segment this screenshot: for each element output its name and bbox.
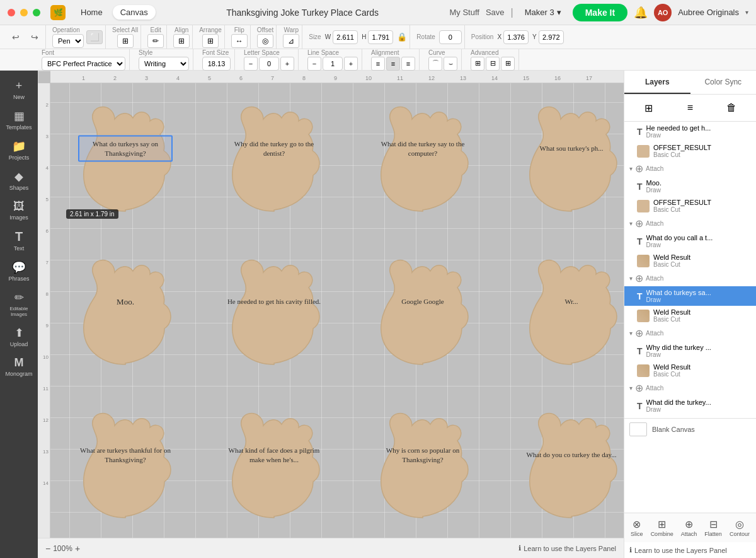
rotate-input[interactable] [439, 30, 462, 44]
advanced-button-3[interactable]: ⊞ [501, 57, 515, 71]
turkey-card-4[interactable]: What sou turkey's ph... [500, 86, 624, 235]
turkey-card-6[interactable]: He needed to get his cavity filled. [202, 240, 346, 388]
layer-attach-3[interactable]: ▾ ⊕ Attach [624, 270, 756, 286]
lock-icon[interactable]: 🔒 [397, 32, 407, 42]
close-button[interactable] [8, 9, 15, 16]
offset-button[interactable]: ◎ [257, 34, 273, 48]
turkey-card-8[interactable]: Wr... [500, 240, 624, 388]
x-input[interactable] [503, 30, 529, 44]
card-text-12[interactable]: What do you co turkey the day... [524, 450, 619, 460]
line-space-input[interactable] [323, 57, 343, 71]
layer-item-what-do-turkeys[interactable]: T What do turkeys sa... Draw [624, 286, 756, 306]
card-text-2[interactable]: Why did the turkey go to the dentist? [227, 139, 321, 158]
tab-layers[interactable]: Layers [624, 71, 690, 94]
layer-item-offset-1[interactable]: OFFSET_RESULT Basic Cut [624, 141, 756, 161]
turkey-card-10[interactable]: What kind of face does a pilgrim make wh… [202, 393, 346, 541]
layer-attach-5[interactable]: ▾ ⊕ Attach [624, 380, 756, 396]
curve-button-2[interactable]: ⌣ [444, 57, 457, 71]
sidebar-item-images[interactable]: 🖼 Images [3, 196, 35, 224]
turkey-card-9[interactable]: What are turkeys thankful for on Thanksg… [54, 393, 197, 541]
turkey-card-1[interactable]: 2.61 in x 1.79 in What do turkeys say on… [54, 86, 197, 235]
font-size-input[interactable] [202, 57, 231, 71]
tab-color-sync[interactable]: Color Sync [690, 71, 757, 94]
warp-button[interactable]: ⊿ [283, 34, 299, 48]
layer-item-why-did-turkey[interactable]: T Why did the turkey ... Draw [624, 341, 756, 361]
flip-button[interactable]: ↔ [231, 34, 248, 48]
card-text-5[interactable]: Moo. [78, 296, 173, 308]
select-all-button[interactable]: ⊞ [117, 34, 134, 48]
make-it-button[interactable]: Make It [573, 4, 627, 21]
letter-space-input[interactable] [259, 57, 279, 71]
card-text-7[interactable]: Google Google [375, 297, 470, 306]
sidebar-item-templates[interactable]: ▦ Templates [3, 105, 35, 134]
combine-button[interactable]: ⊞ Combine [648, 517, 676, 538]
save-button[interactable]: Save [486, 8, 505, 17]
layer-item-moo[interactable]: T Moo. Draw [624, 177, 756, 196]
card-text-1[interactable]: What do turkeys say on Thanksgiving? [78, 135, 173, 162]
nav-home[interactable]: Home [73, 5, 110, 20]
layer-item-what-do-you-call[interactable]: T What do you call a t... Draw [624, 231, 756, 251]
sidebar-item-upload[interactable]: ⬆ Upload [3, 322, 35, 351]
align-left-button[interactable]: ≡ [371, 57, 385, 71]
nav-canvas[interactable]: Canvas [113, 5, 156, 20]
sidebar-item-shapes[interactable]: ◆ Shapes [3, 166, 35, 195]
align-center-button[interactable]: ≡ [386, 57, 400, 71]
operation-select[interactable]: Pen [52, 34, 84, 48]
slice-button[interactable]: ⊗ Slice [628, 517, 646, 538]
turkey-card-5[interactable]: Moo. [54, 240, 197, 388]
card-text-10[interactable]: What kind of face does a pilgrim make wh… [227, 445, 321, 465]
advanced-button-1[interactable]: ⊞ [471, 57, 484, 71]
square-tool-button[interactable]: ⬜ [86, 30, 103, 44]
zoom-out-button[interactable]: − [45, 543, 50, 554]
layer-item-what-did-turkey[interactable]: T What did the turkey... Draw [624, 396, 756, 416]
sidebar-item-text[interactable]: T Text [3, 226, 35, 255]
font-family-select[interactable]: BFC Perfect Practice [42, 57, 125, 71]
grid-view-button[interactable]: ⊞ [639, 98, 658, 117]
layer-item-he-needed[interactable]: T He needed to get h... Draw [624, 122, 756, 141]
curve-button-1[interactable]: ⌒ [428, 57, 442, 71]
layer-attach-2[interactable]: ▾ ⊕ Attach [624, 216, 756, 231]
width-input[interactable] [333, 30, 358, 44]
contour-button[interactable]: ◎ Contour [727, 517, 752, 538]
card-text-4[interactable]: What sou turkey's ph... [524, 144, 619, 153]
align-right-button[interactable]: ≡ [401, 57, 415, 71]
sidebar-item-monogram[interactable]: M Monogram [3, 352, 35, 381]
my-stuff-button[interactable]: My Stuff [449, 8, 479, 17]
learn-link[interactable]: ℹ Learn to use the Layers Panel [518, 544, 616, 552]
layer-item-weld-1[interactable]: Weld Result Basic Cut [624, 251, 756, 270]
turkey-card-7[interactable]: Google Google [351, 240, 495, 388]
card-text-6[interactable]: He needed to get his cavity filled. [227, 297, 321, 306]
advanced-button-2[interactable]: ⊟ [486, 57, 500, 71]
redo-button[interactable]: ↪ [26, 29, 43, 45]
letter-space-increase[interactable]: + [280, 57, 294, 71]
line-space-increase[interactable]: + [344, 57, 358, 71]
sidebar-item-editable-images[interactable]: ✏ Editable Images [3, 287, 35, 321]
undo-button[interactable]: ↩ [8, 29, 24, 45]
delete-button[interactable]: 🗑 [722, 98, 741, 117]
turkey-card-2[interactable]: Why did the turkey go to the dentist? [202, 86, 346, 235]
align-button[interactable]: ⊞ [173, 34, 190, 48]
card-text-3[interactable]: What did the turkey say to the computer? [375, 139, 470, 158]
card-text-8[interactable]: Wr... [524, 297, 619, 306]
turkey-card-12[interactable]: What do you co turkey the day... [500, 393, 624, 541]
arrange-button[interactable]: ⊞ [202, 34, 219, 48]
y-input[interactable] [539, 30, 564, 44]
sidebar-item-new[interactable]: + New [3, 76, 35, 104]
minimize-button[interactable] [20, 9, 28, 16]
zoom-in-button[interactable]: + [75, 543, 80, 554]
card-text-9[interactable]: What are turkeys thankful for on Thanksg… [78, 445, 173, 465]
notification-icon[interactable]: 🔔 [634, 6, 648, 20]
attach-button[interactable]: ⊕ Attach [679, 517, 700, 538]
card-text-11[interactable]: Why is corn so popular on Thanksgiving? [375, 445, 470, 465]
line-space-decrease[interactable]: − [307, 57, 321, 71]
font-style-select[interactable]: Writing [139, 57, 189, 71]
layer-item-offset-2[interactable]: OFFSET_RESULT Basic Cut [624, 196, 756, 216]
sidebar-item-projects[interactable]: 📁 Projects [3, 136, 35, 165]
layer-attach-1[interactable]: ▾ ⊕ Attach [624, 161, 756, 177]
list-view-button[interactable]: ≡ [680, 98, 699, 117]
maximize-button[interactable] [33, 9, 40, 16]
sidebar-item-phrases[interactable]: 💬 Phrases [3, 257, 35, 286]
turkey-card-3[interactable]: What did the turkey say to the computer? [351, 86, 495, 235]
learn-panel-link[interactable]: ℹ Learn to use the Layers Panel [624, 542, 756, 558]
canvas-area[interactable]: 1 2 3 4 5 6 7 8 9 10 11 12 13 14 15 16 1… [38, 71, 624, 558]
